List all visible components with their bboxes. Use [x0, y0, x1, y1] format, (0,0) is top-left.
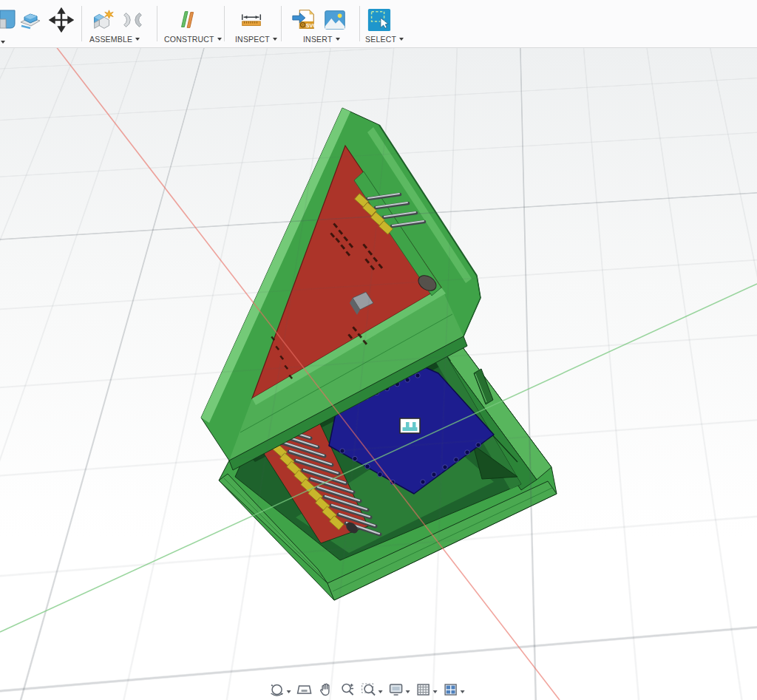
look-at-icon: [296, 682, 313, 698]
construct-menu[interactable]: CONSTRUCT: [164, 35, 222, 44]
dropdown-caret-icon: [336, 38, 340, 41]
x-axis-line: [55, 47, 560, 700]
new-component-icon[interactable]: [90, 7, 115, 33]
viewports-button[interactable]: [443, 682, 465, 698]
select-label: SELECT: [365, 35, 396, 44]
toolbar-separator: [224, 6, 225, 41]
cutoff-group-label[interactable]: [1, 41, 5, 44]
press-pull-icon[interactable]: [18, 7, 43, 33]
inspect-menu[interactable]: INSPECT: [235, 35, 277, 44]
extrude-icon-partial[interactable]: [0, 7, 18, 33]
grid-and-snaps-button[interactable]: [415, 682, 438, 698]
dropdown-caret-icon: [135, 38, 140, 41]
select-menu[interactable]: SELECT: [365, 35, 404, 44]
assemble-menu[interactable]: ASSEMBLE: [89, 35, 140, 44]
dropdown-caret-icon: [273, 38, 277, 41]
toolbar-separator: [281, 6, 282, 41]
zoom-window-icon: [361, 682, 377, 698]
measure-icon[interactable]: [239, 7, 264, 33]
insert-svg-icon[interactable]: SVG: [291, 7, 316, 33]
dropdown-caret-icon: [287, 690, 291, 693]
display-settings-button[interactable]: [388, 682, 410, 698]
dropdown-caret-icon: [399, 38, 404, 41]
svg-badge-text: SVG: [306, 23, 316, 29]
toolbar-separator: [157, 6, 157, 41]
main-toolbar: ASSEMBLE CONSTRUCT INSPECT SVG INSERT: [0, 0, 757, 48]
toolbar-separator: [81, 6, 82, 41]
orbit-icon: [269, 682, 285, 698]
insert-menu[interactable]: INSERT: [303, 35, 340, 44]
dropdown-caret-icon: [217, 38, 222, 41]
dropdown-caret-icon: [461, 690, 465, 693]
dropdown-caret-icon: [1, 41, 5, 44]
joint-icon[interactable]: [120, 7, 146, 33]
insert-label: INSERT: [303, 35, 333, 44]
zoom-button[interactable]: [339, 682, 356, 698]
viewport-canvas[interactable]: [0, 47, 757, 700]
display-settings-icon: [388, 682, 404, 698]
joint-marker[interactable]: [400, 418, 420, 433]
pan-hand-icon: [318, 682, 334, 698]
construct-label: CONSTRUCT: [164, 35, 214, 44]
zoom-window-fit-button[interactable]: [361, 682, 383, 698]
view-navigation-bar: [269, 680, 465, 699]
model-scene: [0, 47, 757, 700]
orbit-button[interactable]: [269, 682, 291, 698]
dropdown-caret-icon: [433, 690, 438, 693]
move-icon[interactable]: [49, 7, 74, 33]
toolbar-separator: [359, 6, 360, 41]
pan-button[interactable]: [318, 682, 334, 698]
assemble-label: ASSEMBLE: [89, 35, 132, 44]
grid-icon: [415, 682, 432, 698]
construction-plane-icon[interactable]: [176, 7, 201, 33]
dropdown-caret-icon: [378, 690, 383, 693]
look-at-button[interactable]: [296, 682, 313, 698]
insert-image-icon[interactable]: [322, 7, 347, 33]
select-box-icon[interactable]: [367, 7, 392, 33]
dropdown-caret-icon: [406, 690, 410, 693]
zoom-icon: [339, 682, 356, 698]
viewports-icon: [443, 682, 459, 698]
inspect-label: INSPECT: [235, 35, 270, 44]
